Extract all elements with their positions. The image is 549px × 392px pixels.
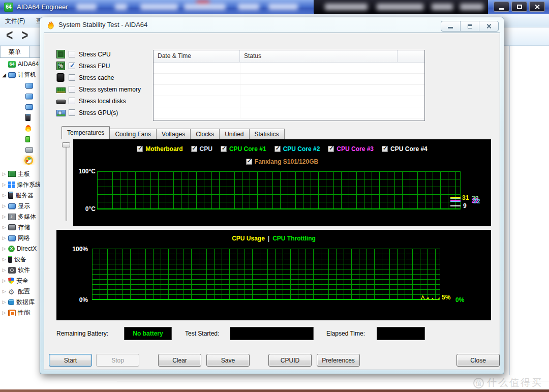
cpu-throttling-label: CPU Throttling <box>272 235 316 242</box>
sidebar-item-devices[interactable]: ▷设备 <box>0 254 40 264</box>
checkbox-stress-local-disks[interactable] <box>69 98 75 104</box>
checkbox-stress-system-memory[interactable] <box>69 86 75 93</box>
expand-arrow-icon[interactable]: ▷ <box>0 257 8 262</box>
tab-clocks[interactable]: Clocks <box>191 129 220 139</box>
expand-arrow-icon[interactable]: ▷ <box>0 289 8 294</box>
expand-arrow-icon[interactable]: ▷ <box>0 278 8 283</box>
save-button[interactable]: Save <box>206 354 250 367</box>
expand-arrow-icon[interactable]: ▷ <box>0 267 8 273</box>
disk-icon-shape <box>56 100 66 104</box>
tab-temperatures[interactable]: Temperatures <box>62 126 110 139</box>
expand-arrow-icon[interactable]: ▷ <box>0 246 8 251</box>
clear-button[interactable]: Clear <box>158 354 201 367</box>
tab-menu[interactable]: 菜单 <box>0 46 29 58</box>
tab-voltages[interactable]: Voltages <box>157 129 191 139</box>
dialog-buttons-row: StartStopClearSaveCPUIDPreferencesClose <box>44 354 500 367</box>
column-header-datetime[interactable]: Date & Time <box>154 50 240 62</box>
sidebar-item-motherboard[interactable]: ▷主板 <box>0 169 40 179</box>
close-button[interactable] <box>529 2 545 12</box>
slider-thumb[interactable] <box>62 142 70 147</box>
sidebar-item-gauge[interactable] <box>0 155 40 165</box>
legend-checkbox[interactable] <box>191 146 197 152</box>
sidebar-item-security[interactable]: ▷安全 <box>0 276 40 286</box>
sidebar-item-storage[interactable]: ▷存储 <box>0 222 40 232</box>
forward-button[interactable]: > <box>21 27 28 44</box>
legend-checkbox[interactable] <box>328 146 334 152</box>
cpu-icon <box>56 50 66 58</box>
screen: 64 AIDA64 Engineer 文件(F) 查看 < > 菜单收藏 64A… <box>0 0 549 392</box>
server-icon <box>25 114 30 121</box>
tab-statistics[interactable]: Statistics <box>250 129 285 139</box>
dialog-titlebar[interactable]: System Stability Test - AIDA64 <box>40 17 504 33</box>
expand-arrow-icon[interactable]: ▷ <box>0 310 8 315</box>
censored-text <box>184 4 226 10</box>
minimize-icon <box>448 27 453 28</box>
legend-checkbox[interactable] <box>274 146 281 152</box>
back-button[interactable]: < <box>6 27 13 44</box>
expand-arrow-icon[interactable]: ▷ <box>0 171 8 176</box>
minimize-icon <box>499 8 504 10</box>
legend-item: CPU Core #4 <box>382 145 428 153</box>
start-button[interactable]: Start <box>49 354 92 367</box>
stress-option-row: Stress GPU(s) <box>56 108 141 117</box>
sidebar-item-flame[interactable] <box>0 123 40 133</box>
expand-arrow-icon[interactable]: ▷ <box>0 214 8 219</box>
sidebar-item-config[interactable]: ▷配置 <box>0 286 40 296</box>
sidebar-item-database[interactable]: ▷数据库 <box>0 297 40 307</box>
minimize-button[interactable] <box>494 2 509 12</box>
expand-arrow-icon[interactable]: ▷ <box>0 235 8 240</box>
maximize-button[interactable] <box>511 2 527 12</box>
security-icon <box>8 278 14 284</box>
temp-legend-row1: MotherboardCPUCPU Core #1CPU Core #2CPU … <box>73 145 491 153</box>
sidebar-item-network[interactable]: ▷网络 <box>0 233 40 243</box>
watermark-badge-icon: 值 <box>473 378 484 388</box>
stop-button[interactable]: Stop <box>96 354 139 367</box>
monitor-icon <box>25 104 33 110</box>
preferences-button[interactable]: Preferences <box>317 354 360 367</box>
dialog-close-button[interactable] <box>479 21 498 31</box>
storage-icon <box>8 224 16 230</box>
sidebar-item-directx[interactable]: ▷DirectX <box>0 244 40 254</box>
menu-file[interactable]: 文件(F) <box>0 14 29 25</box>
tab-cooling-fans[interactable]: Cooling Fans <box>110 129 157 139</box>
legend-checkbox[interactable] <box>221 146 227 152</box>
legend-checkbox[interactable] <box>382 146 388 152</box>
temp-line-stub <box>450 198 461 199</box>
sidebar-item-monitor[interactable] <box>0 102 40 112</box>
sidebar-item-monitor[interactable] <box>0 80 40 91</box>
sidebar-item-windows[interactable]: ▷操作系统 <box>0 179 40 190</box>
expand-arrow-icon[interactable]: ▷ <box>0 299 8 305</box>
sidebar-item-battery[interactable] <box>0 134 40 144</box>
computer-icon <box>8 72 16 78</box>
checkbox-stress-cpu[interactable] <box>69 51 75 57</box>
checkbox-stress-fpu[interactable] <box>69 63 75 69</box>
chart-zoom-slider[interactable] <box>62 141 71 222</box>
close-button[interactable]: Close <box>456 354 500 367</box>
slider-track[interactable] <box>66 142 67 221</box>
legend-checkbox[interactable] <box>137 146 143 152</box>
expand-arrow-icon[interactable]: ▷ <box>0 182 8 187</box>
legend-checkbox[interactable] <box>246 159 252 165</box>
tab-unified[interactable]: Unified <box>220 129 249 139</box>
sidebar-item-aida64[interactable]: 64AIDA64 <box>0 59 40 69</box>
sidebar-item-computer[interactable]: ◢计算机 <box>0 70 40 80</box>
collapse-arrow-icon[interactable]: ◢ <box>0 72 8 78</box>
sidebar-item-monitor[interactable] <box>0 91 40 101</box>
sidebar-item-speaker[interactable]: ▷多媒体 <box>0 212 40 222</box>
sidebar-item-label: 主板 <box>18 170 30 178</box>
cpuid-button[interactable]: CPUID <box>268 354 312 367</box>
expand-arrow-icon[interactable]: ▷ <box>0 203 8 208</box>
sidebar-item-performance[interactable]: ▷性能 <box>0 308 40 318</box>
dialog-restore-button[interactable] <box>460 21 479 31</box>
expand-arrow-icon[interactable]: ▷ <box>0 225 8 230</box>
checkbox-stress-cache[interactable] <box>69 74 75 81</box>
sidebar-item-software[interactable]: ▷软件 <box>0 265 40 275</box>
sidebar-item-server[interactable] <box>0 112 40 123</box>
checkbox-stress-gpu-s-[interactable] <box>69 109 75 116</box>
column-header-status[interactable]: Status <box>240 50 398 62</box>
sidebar-item-display[interactable]: ▷显示 <box>0 201 40 211</box>
sidebar-item-laptop[interactable] <box>0 144 40 155</box>
sidebar-item-server2[interactable]: ▷服务器 <box>0 190 40 200</box>
dialog-minimize-button[interactable] <box>441 21 460 31</box>
expand-arrow-icon[interactable]: ▷ <box>0 193 8 198</box>
